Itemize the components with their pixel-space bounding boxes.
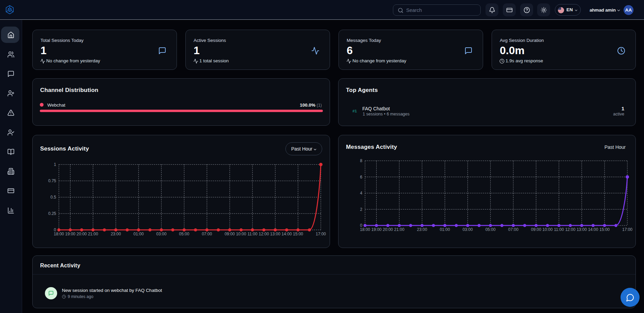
svg-text:09:00: 09:00: [531, 227, 541, 232]
svg-text:23:00: 23:00: [111, 232, 121, 236]
svg-text:19:00: 19:00: [371, 227, 381, 232]
svg-text:1: 1: [54, 162, 56, 167]
svg-text:20:00: 20:00: [383, 227, 393, 232]
svg-text:05:00: 05:00: [179, 232, 189, 236]
svg-text:17:00: 17:00: [316, 232, 326, 236]
svg-text:10:00: 10:00: [542, 227, 552, 232]
svg-text:13:00: 13:00: [577, 227, 587, 232]
svg-text:03:00: 03:00: [463, 227, 473, 232]
svg-text:20:00: 20:00: [77, 232, 87, 236]
svg-text:12:00: 12:00: [565, 227, 575, 232]
svg-text:11:00: 11:00: [554, 227, 564, 232]
svg-text:19:00: 19:00: [65, 232, 75, 236]
svg-text:09:00: 09:00: [225, 232, 235, 236]
svg-text:15:00: 15:00: [293, 232, 303, 236]
svg-text:14:00: 14:00: [588, 227, 598, 232]
svg-text:14:00: 14:00: [282, 232, 292, 236]
svg-text:12:00: 12:00: [259, 232, 269, 236]
svg-text:15:00: 15:00: [599, 227, 610, 232]
svg-text:2: 2: [360, 207, 362, 212]
svg-text:23:00: 23:00: [417, 227, 427, 232]
svg-text:18:00: 18:00: [360, 227, 370, 232]
svg-text:0.25: 0.25: [48, 211, 56, 216]
svg-text:8: 8: [360, 158, 362, 163]
svg-text:07:00: 07:00: [508, 227, 518, 232]
svg-text:18:00: 18:00: [54, 232, 64, 236]
svg-text:01:00: 01:00: [440, 227, 450, 232]
svg-text:05:00: 05:00: [485, 227, 496, 232]
svg-text:01:00: 01:00: [133, 232, 144, 236]
svg-text:21:00: 21:00: [394, 227, 404, 232]
svg-text:11:00: 11:00: [248, 232, 258, 236]
svg-text:13:00: 13:00: [270, 232, 280, 236]
svg-text:07:00: 07:00: [202, 232, 212, 236]
svg-text:0.5: 0.5: [50, 195, 56, 200]
svg-text:03:00: 03:00: [156, 232, 166, 236]
svg-text:6: 6: [360, 175, 362, 179]
svg-text:4: 4: [360, 191, 362, 195]
svg-text:21:00: 21:00: [88, 232, 98, 236]
svg-text:10:00: 10:00: [236, 232, 246, 236]
svg-text:17:00: 17:00: [622, 227, 632, 232]
svg-text:0.75: 0.75: [48, 178, 56, 183]
